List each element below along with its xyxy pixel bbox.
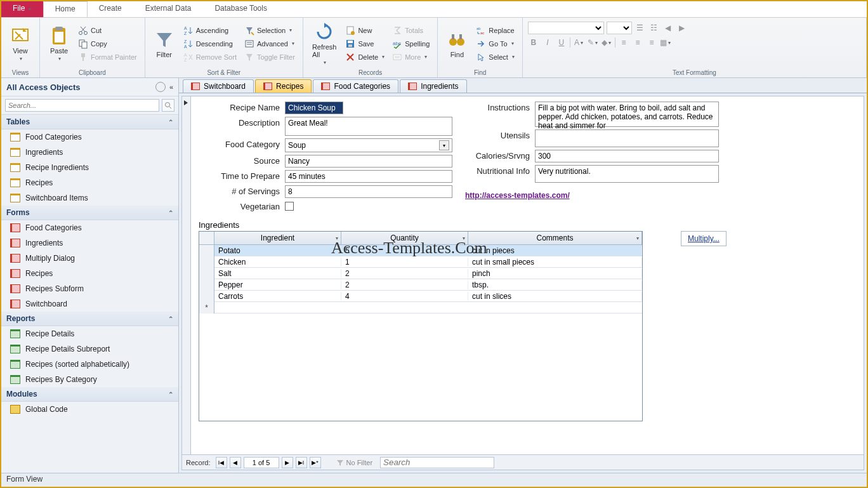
view-button[interactable]: View▾ <box>6 23 34 64</box>
save-button[interactable]: Save <box>343 37 387 50</box>
highlight-button[interactable]: ✎▾ <box>587 37 598 48</box>
tab-external-data[interactable]: External Data <box>134 1 204 17</box>
description-field[interactable]: Great Meal! <box>285 117 452 136</box>
selection-button[interactable]: Selection▾ <box>242 24 298 37</box>
table-row[interactable]: Chicken1cut in small pieces <box>199 256 642 268</box>
col-header-ingredient[interactable]: Ingredient▾ <box>214 232 341 244</box>
nav-item-form[interactable]: Food Categories <box>1 220 178 235</box>
link-access-templates[interactable]: http://access-templates.com/ <box>465 191 570 200</box>
nav-item-module[interactable]: Global Code <box>1 402 178 417</box>
toggle-filter-button[interactable]: Toggle Filter <box>242 51 298 63</box>
find-button[interactable]: Find <box>443 27 471 61</box>
nutritional-field[interactable]: Very nutritional. <box>535 165 719 183</box>
new-record-button[interactable]: ▶* <box>310 457 321 468</box>
nav-item-table[interactable]: Switchboard Items <box>1 190 178 206</box>
new-button[interactable]: New <box>343 24 387 37</box>
nav-group-tables[interactable]: Tables⌃ <box>1 115 178 129</box>
table-row[interactable]: Carrots4cut in slices <box>199 291 642 302</box>
nav-item-report[interactable]: Recipe Details Subreport <box>1 341 178 357</box>
tab-switchboard[interactable]: Switchboard <box>183 79 254 93</box>
font-family-dropdown[interactable] <box>528 22 604 34</box>
font-size-dropdown[interactable] <box>607 22 632 34</box>
select-button[interactable]: Select▾ <box>473 51 517 63</box>
bullets-button[interactable]: ☰ <box>635 22 646 34</box>
record-position[interactable]: 1 of 5 <box>244 457 279 468</box>
tab-file[interactable]: File ▾ <box>1 1 43 17</box>
filter-button[interactable]: Filter <box>150 27 178 61</box>
nav-item-form[interactable]: Recipes Subform <box>1 281 178 296</box>
italic-button[interactable]: I <box>542 37 553 48</box>
table-row[interactable]: Salt2pinch <box>199 268 642 279</box>
descending-button[interactable]: ZADescending <box>181 37 239 50</box>
remove-sort-button[interactable]: AZRemove Sort <box>181 51 239 63</box>
search-icon[interactable] <box>162 99 174 112</box>
align-right-button[interactable]: ≡ <box>646 37 657 48</box>
nav-collapse-button[interactable]: « <box>169 83 173 91</box>
record-search-input[interactable] <box>380 457 494 468</box>
spelling-button[interactable]: abcSpelling <box>390 37 432 50</box>
tab-home[interactable]: Home <box>43 1 88 17</box>
replace-button[interactable]: abacReplace <box>473 24 517 37</box>
nav-item-table[interactable]: Ingredients <box>1 145 178 160</box>
goto-button[interactable]: Go To▾ <box>473 37 517 50</box>
servings-field[interactable]: 8 <box>285 185 452 198</box>
more-button[interactable]: More▾ <box>390 51 432 63</box>
nav-item-table[interactable]: Recipe Ingredients <box>1 160 178 175</box>
vegetarian-checkbox[interactable] <box>285 202 294 211</box>
paste-button[interactable]: Paste▾ <box>45 23 73 64</box>
bold-button[interactable]: B <box>528 37 539 48</box>
align-left-button[interactable]: ≡ <box>618 37 629 48</box>
align-center-button[interactable]: ≡ <box>632 37 643 48</box>
table-new-row[interactable] <box>199 302 642 313</box>
tab-food-categories[interactable]: Food Categories <box>313 79 398 93</box>
nav-search-input[interactable] <box>5 99 159 112</box>
col-header-comments[interactable]: Comments▾ <box>468 232 642 244</box>
food-category-combo[interactable]: Soup▾ <box>285 138 452 152</box>
table-row[interactable]: Pepper2tbsp. <box>199 279 642 291</box>
nav-group-reports[interactable]: Reports⌃ <box>1 312 178 326</box>
nav-item-form[interactable]: Switchboard <box>1 296 178 312</box>
tab-recipes[interactable]: Recipes <box>255 79 312 93</box>
nav-group-modules[interactable]: Modules⌃ <box>1 387 178 402</box>
prev-record-button[interactable]: ◀ <box>230 457 241 468</box>
indent-left-button[interactable]: ◀ <box>662 22 674 34</box>
fill-color-button[interactable]: ◆▾ <box>601 37 612 48</box>
record-selector[interactable] <box>182 96 191 470</box>
cut-button[interactable]: Cut <box>76 24 140 37</box>
nav-item-form[interactable]: Multiply Dialog <box>1 251 178 266</box>
first-record-button[interactable]: І◀ <box>216 457 227 468</box>
col-header-quantity[interactable]: Quantity▾ <box>341 232 468 244</box>
select-all-button[interactable] <box>199 232 214 244</box>
delete-button[interactable]: Delete▾ <box>343 51 387 63</box>
tab-create[interactable]: Create <box>88 1 134 17</box>
instructions-field[interactable]: Fill a big pot with water. Bring to boil… <box>535 102 719 127</box>
next-record-button[interactable]: ▶ <box>282 457 293 468</box>
nav-item-table[interactable]: Food Categories <box>1 129 178 145</box>
tab-ingredients[interactable]: Ingredients <box>400 79 466 93</box>
recipe-name-field[interactable]: Chicken Soup <box>285 102 343 114</box>
tab-database-tools[interactable]: Database Tools <box>203 1 279 17</box>
multiply-button[interactable]: Multiply... <box>681 231 727 246</box>
nav-item-form[interactable]: Recipes <box>1 266 178 281</box>
ascending-button[interactable]: AZAscending <box>181 24 239 37</box>
time-to-prepare-field[interactable]: 45 minutes <box>285 170 452 183</box>
refresh-all-button[interactable]: Refresh All▾ <box>308 19 341 68</box>
totals-button[interactable]: Totals <box>390 24 432 37</box>
chevron-down-icon[interactable]: ▾ <box>439 140 449 150</box>
nav-item-report[interactable]: Recipe Details <box>1 326 178 341</box>
font-color-button[interactable]: A▾ <box>573 37 584 48</box>
format-painter-button[interactable]: Format Painter <box>76 51 140 63</box>
nav-item-report[interactable]: Recipes (sorted alphabetically) <box>1 357 178 372</box>
last-record-button[interactable]: ▶І <box>296 457 307 468</box>
copy-button[interactable]: Copy <box>76 37 140 50</box>
numbering-button[interactable]: ☷ <box>648 22 660 34</box>
nav-header[interactable]: All Access Objects « <box>1 78 178 96</box>
nav-item-report[interactable]: Recipes By Category <box>1 372 178 387</box>
nav-filter-icon[interactable] <box>155 82 166 92</box>
underline-button[interactable]: U <box>556 37 567 48</box>
nav-item-table[interactable]: Recipes <box>1 175 178 190</box>
nav-group-forms[interactable]: Forms⌃ <box>1 206 178 220</box>
utensils-field[interactable] <box>535 129 719 147</box>
calories-field[interactable]: 300 <box>535 150 719 162</box>
source-field[interactable]: Nancy <box>285 155 452 168</box>
